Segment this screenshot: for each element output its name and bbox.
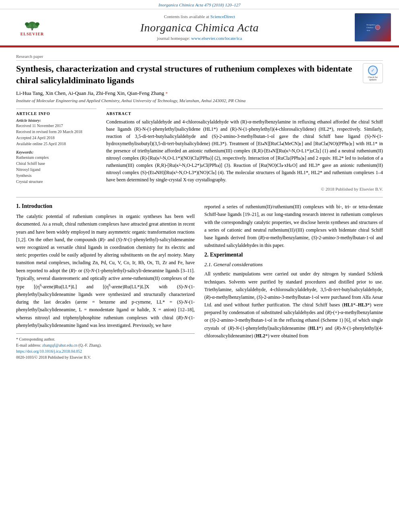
check-icon: ✓	[368, 66, 378, 75]
keyword-2: Chiral Schiff base	[16, 160, 97, 166]
intro-right-text: reported a series of ruthenium(II)/ruthe…	[204, 203, 383, 249]
elsevier-tree-icon	[20, 19, 44, 31]
journal-citation-text: Inorganica Chimica Acta 479 (2018) 120–1…	[158, 2, 241, 7]
journal-header-center: Contents lists available at ScienceDirec…	[56, 14, 343, 41]
svg-text:Chimica: Chimica	[366, 27, 373, 29]
journal-logo-icon: Inorganica Chimica Acta	[365, 21, 381, 33]
body-left-col: 1. Introduction The catalytic potential …	[16, 203, 195, 360]
article-title: Synthesis, characterization and crystal …	[16, 63, 383, 86]
elsevier-label: ELSEVIER	[21, 32, 44, 36]
keywords-title: Keywords:	[16, 150, 97, 154]
authors-line: Li-Hua Tang, Xin Chen, Ai-Quan Jia, Zhi-…	[16, 90, 383, 97]
experimental-section-title: 2. Experimental	[204, 252, 383, 258]
received-date: Received 11 November 2017	[16, 123, 97, 129]
general-considerations-title: 2.1. General considerations	[204, 261, 383, 268]
available-online-date: Available online 25 April 2018	[16, 141, 97, 147]
body-right-col: reported a series of ruthenium(II)/ruthe…	[204, 203, 383, 360]
abstract-section: ABSTRACT Condensations of salicylaldehyd…	[106, 109, 383, 191]
journal-logo-right: Inorganica Chimica Acta	[343, 13, 391, 41]
article-title-area: ✓ Check forupdates Synthesis, characteri…	[16, 63, 383, 86]
email-line: E-mail address: zhangqf@ahut.edu.cn (Q.-…	[16, 342, 195, 348]
accepted-date: Accepted 24 April 2018	[16, 135, 97, 141]
and-connector: and	[376, 235, 383, 240]
keyword-5: Crystal structure	[16, 179, 97, 185]
body-two-col: 1. Introduction The catalytic potential …	[16, 203, 383, 360]
journal-logo-box: Inorganica Chimica Acta	[355, 13, 391, 41]
article-info-section: ARTICLE INFO Article history: Received 1…	[16, 109, 97, 185]
doi-link[interactable]: https://doi.org/10.1016/j.ica.2018.04.05…	[16, 349, 82, 353]
journal-citation-bar: Inorganica Chimica Acta 479 (2018) 120–1…	[0, 0, 399, 9]
copyright-line: © 2018 Published by Elsevier B.V.	[106, 187, 383, 191]
journal-homepage: journal homepage: www.elsevier.com/locat…	[56, 36, 343, 41]
article-type-label: Research paper	[16, 54, 383, 61]
science-direct-link[interactable]: ScienceDirect	[210, 14, 235, 19]
intro-left-text: The catalytic potential of ruthenium com…	[16, 213, 195, 329]
svg-text:Acta: Acta	[366, 29, 370, 31]
keyword-4: Synthesis	[16, 173, 97, 179]
page-wrapper: Inorganica Chimica Acta 479 (2018) 120–1…	[0, 0, 399, 367]
experimental-text: All synthetic manipulations were carried…	[204, 270, 383, 340]
svg-point-10	[375, 25, 380, 30]
check-updates-badge: ✓ Check forupdates	[363, 63, 383, 83]
journal-homepage-link[interactable]: www.elsevier.com/locate/ica	[191, 36, 242, 41]
doi-line: https://doi.org/10.1016/j.ica.2018.04.05…	[16, 348, 195, 354]
body-divider	[16, 197, 383, 197]
corresponding-note: * Corresponding author.	[16, 336, 195, 342]
intro-section-title: 1. Introduction	[16, 203, 195, 210]
keywords-subsection: Keywords: Ruthenium complex Chiral Schif…	[16, 150, 97, 185]
abstract-label: ABSTRACT	[106, 111, 383, 116]
article-history-title: Article history:	[16, 118, 97, 123]
contents-available-text: Contents lists available at ScienceDirec…	[56, 14, 343, 19]
affiliation: Institute of Molecular Engineering and A…	[16, 98, 383, 103]
article-info-label: ARTICLE INFO	[16, 111, 97, 116]
svg-point-5	[35, 22, 39, 26]
issn-line: 0020-1693/© 2018 Published by Elsevier B…	[16, 354, 195, 360]
article-history-subsection: Article history: Received 11 November 20…	[16, 118, 97, 147]
article-info-abstract-cols: ARTICLE INFO Article history: Received 1…	[16, 109, 383, 191]
keyword-1: Ruthenium complex	[16, 154, 97, 160]
article-content: Research paper ✓ Check forupdates Synthe…	[0, 47, 399, 367]
corresponding-mark: *	[165, 91, 168, 96]
author-names: Li-Hua Tang, Xin Chen, Ai-Quan Jia, Zhi-…	[16, 90, 164, 96]
abstract-column: ABSTRACT Condensations of salicylaldehyd…	[106, 109, 383, 191]
svg-text:Inorganica: Inorganica	[366, 24, 376, 26]
footnote-section: * Corresponding author. E-mail address: …	[16, 333, 195, 360]
journal-title: Inorganica Chimica Acta	[56, 21, 343, 34]
revised-date: Received in revised form 20 March 2018	[16, 129, 97, 135]
abstract-text: Condensations of salicylaldehyde and 4-c…	[106, 118, 383, 183]
email-link[interactable]: zhangqf@ahut.edu.cn	[42, 343, 78, 347]
article-info-column: ARTICLE INFO Article history: Received 1…	[16, 109, 97, 191]
elsevier-branding: ELSEVIER	[8, 17, 56, 37]
svg-point-4	[25, 22, 29, 26]
keyword-3: Nitrosyl ligand	[16, 166, 97, 173]
elsevier-logo: ELSEVIER	[14, 17, 50, 37]
journal-header: ELSEVIER Contents lists available at Sci…	[0, 9, 399, 46]
